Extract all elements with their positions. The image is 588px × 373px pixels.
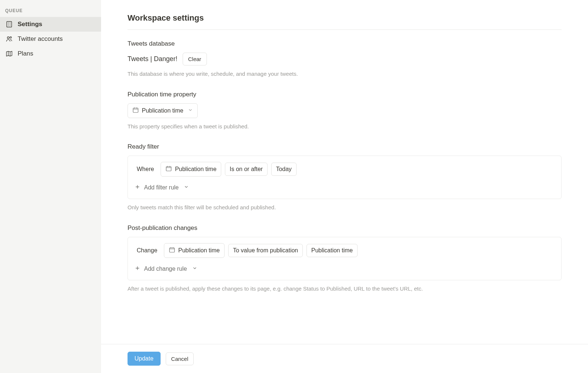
- section-tweets-database: Tweets database Tweets | Danger! Clear T…: [128, 40, 562, 78]
- select-value: Today: [276, 166, 292, 173]
- chevron-down-icon: [192, 266, 197, 272]
- add-rule-label: Add filter rule: [144, 184, 179, 191]
- plus-icon: [135, 265, 140, 273]
- page-title: Workspace settings: [128, 13, 562, 23]
- sidebar-item-label: Plans: [18, 50, 33, 57]
- tweets-database-name: Tweets | Danger!: [128, 55, 178, 63]
- section-title: Ready filter: [128, 143, 562, 150]
- add-change-rule-button[interactable]: Add change rule: [134, 264, 198, 274]
- section-title: Publication time property: [128, 91, 562, 98]
- content: Workspace settings Tweets database Tweet…: [101, 0, 588, 344]
- select-value: Publication time: [142, 107, 183, 114]
- section-title: Tweets database: [128, 40, 562, 47]
- change-source-select[interactable]: Publication time: [306, 244, 358, 257]
- change-rule-row: Change Publication time To value from pu…: [134, 243, 555, 258]
- filter-rule-row: Where Publication time Is on or after To…: [134, 162, 555, 177]
- publication-time-select[interactable]: Publication time: [128, 103, 198, 118]
- help-text: Only tweets match this filter will be sc…: [128, 203, 562, 212]
- help-text: This database is where you write, schedu…: [128, 70, 562, 78]
- filter-property-select[interactable]: Publication time: [161, 162, 221, 177]
- select-value: Publication time: [178, 247, 220, 254]
- clear-button[interactable]: Clear: [183, 53, 207, 65]
- select-value: Is on or after: [230, 166, 263, 173]
- map-icon: [5, 50, 13, 58]
- sidebar-item-twitter-accounts[interactable]: Twitter accounts: [0, 32, 101, 46]
- svg-point-1: [7, 37, 9, 39]
- change-to-select[interactable]: To value from publication: [228, 244, 303, 257]
- sidebar-heading: QUEUE: [0, 6, 101, 17]
- svg-point-2: [10, 37, 11, 38]
- select-value: To value from publication: [233, 247, 298, 254]
- filter-operator-select[interactable]: Is on or after: [225, 163, 268, 176]
- sidebar: QUEUE Settings Twitter accounts Plans: [0, 0, 101, 373]
- users-icon: [5, 35, 13, 43]
- section-publication-time-property: Publication time property Publication ti…: [128, 91, 562, 131]
- calendar-icon: [169, 246, 175, 255]
- sidebar-item-settings[interactable]: Settings: [0, 17, 101, 32]
- main: Workspace settings Tweets database Tweet…: [101, 0, 588, 373]
- divider: [128, 29, 562, 30]
- post-publication-box: Change Publication time To value from pu…: [128, 237, 562, 280]
- svg-rect-3: [133, 108, 138, 112]
- sidebar-item-plans[interactable]: Plans: [0, 46, 101, 61]
- svg-rect-4: [166, 167, 171, 171]
- update-button[interactable]: Update: [128, 352, 161, 366]
- svg-rect-5: [169, 248, 175, 252]
- section-post-publication-changes: Post-publication changes Change Publicat…: [128, 224, 562, 293]
- help-text: After a tweet is published, apply these …: [128, 285, 562, 293]
- sidebar-item-label: Twitter accounts: [18, 35, 63, 43]
- building-icon: [5, 20, 13, 28]
- add-rule-label: Add change rule: [144, 266, 187, 272]
- section-title: Post-publication changes: [128, 224, 562, 232]
- plus-icon: [135, 184, 140, 191]
- select-value: Publication time: [175, 166, 216, 173]
- select-value: Publication time: [311, 247, 353, 254]
- ready-filter-box: Where Publication time Is on or after To…: [128, 156, 562, 199]
- where-label: Where: [134, 166, 157, 173]
- calendar-icon: [132, 107, 139, 115]
- calendar-icon: [165, 165, 172, 173]
- cancel-button[interactable]: Cancel: [166, 352, 194, 365]
- sidebar-item-label: Settings: [18, 21, 42, 28]
- help-text: This property specifies when a tweet is …: [128, 122, 562, 131]
- footer: Update Cancel: [101, 344, 588, 373]
- filter-value-select[interactable]: Today: [271, 163, 297, 176]
- change-property-select[interactable]: Publication time: [164, 243, 225, 258]
- svg-rect-0: [7, 22, 11, 27]
- add-filter-rule-button[interactable]: Add filter rule: [134, 182, 190, 193]
- section-ready-filter: Ready filter Where Publication time Is o…: [128, 143, 562, 212]
- change-label: Change: [134, 247, 160, 254]
- chevron-down-icon: [184, 184, 189, 191]
- chevron-down-icon: [188, 107, 193, 114]
